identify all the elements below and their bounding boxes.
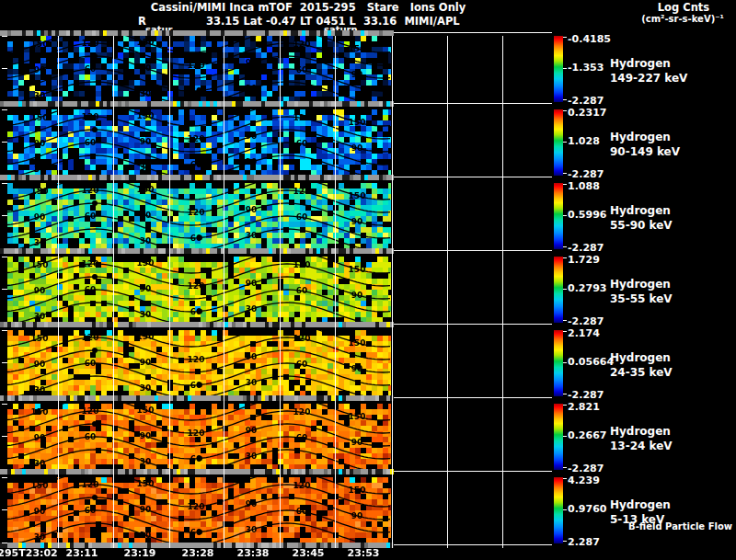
left-axis-tick bbox=[2, 109, 7, 110]
species-label: Hydrogen bbox=[610, 203, 673, 218]
panel-3-colorbar-label-max: 1.088 bbox=[568, 180, 600, 192]
panel-5-colorbar-label-min: -2.287 bbox=[568, 389, 604, 401]
left-axis-tick bbox=[2, 477, 7, 478]
energy-range-label: 13-24 keV bbox=[610, 439, 673, 453]
colorbar-tick bbox=[563, 405, 567, 406]
panel-3-colorbar-label-min: -2.287 bbox=[568, 242, 604, 254]
colorbar-tick bbox=[563, 478, 567, 479]
left-axis-tick bbox=[2, 142, 7, 143]
vertical-gridline bbox=[502, 36, 503, 548]
panel-5-colorbar-label-max: 2.174 bbox=[568, 327, 600, 339]
panel-3-channel-label: Hydrogen55-90 keV bbox=[610, 203, 673, 233]
panel-4-colorbar-label-mid: 0.2793 bbox=[568, 282, 606, 294]
vertical-gridline bbox=[392, 36, 393, 548]
panel-separator-bar bbox=[0, 175, 552, 180]
panel-3-colorbar bbox=[554, 183, 563, 249]
panel-separator-bar bbox=[0, 395, 552, 401]
left-axis-tick bbox=[2, 509, 7, 510]
panel-6-colorbar-label-max: 2.821 bbox=[568, 401, 600, 413]
panel-7-colorbar bbox=[554, 477, 563, 543]
colorbar-tick bbox=[563, 68, 567, 69]
colorbar-tick bbox=[563, 142, 567, 143]
colorbar-tick bbox=[563, 331, 567, 332]
time-tick-label: 295T23:02 bbox=[0, 547, 58, 559]
panel-4-colorbar-label-min: -2.287 bbox=[568, 315, 604, 327]
left-axis-tick bbox=[2, 257, 7, 257]
panel-separator-bar bbox=[0, 248, 552, 254]
time-tick-label: 23:45 bbox=[292, 547, 324, 559]
vertical-gridline bbox=[224, 36, 224, 548]
time-tick-label: 23:11 bbox=[65, 547, 98, 559]
panel-3-heatmap bbox=[7, 183, 391, 248]
panel-separator-bar bbox=[0, 322, 552, 327]
species-label: Hydrogen bbox=[610, 424, 673, 439]
panel-1-colorbar-label-max: -0.4185 bbox=[568, 33, 611, 45]
panel-5-colorbar bbox=[554, 330, 563, 396]
cassini-mimi-spectrogram: Cassini/MIMI Inca mTOF 2015-295 Stare Io… bbox=[0, 0, 736, 560]
panel-2-colorbar-label-mid: 1.028 bbox=[568, 135, 600, 147]
panel-5-channel-label: Hydrogen24-35 keV bbox=[610, 350, 673, 380]
panel-2-heatmap bbox=[7, 109, 391, 175]
left-axis-tick bbox=[2, 436, 7, 437]
colorbar-tick bbox=[563, 467, 567, 468]
colorbar-tick bbox=[563, 257, 567, 258]
panel-separator-bar bbox=[0, 101, 552, 107]
vertical-gridline bbox=[113, 36, 114, 548]
panel-5-colorbar-label-mid: 0.05664 bbox=[568, 356, 614, 368]
species-label: Hydrogen bbox=[610, 277, 673, 291]
colorbar-title: Log Cnts bbox=[642, 1, 725, 14]
page-title: Cassini/MIMI Inca mTOF 2015-295 Stare Io… bbox=[138, 1, 478, 14]
panel-separator-bar bbox=[0, 30, 552, 36]
time-tick-label: 23:53 bbox=[347, 547, 379, 559]
panel-1-heatmap bbox=[7, 36, 391, 101]
panel-7-colorbar-label-min: 2.287 bbox=[568, 536, 600, 548]
left-axis-tick bbox=[2, 404, 7, 405]
panel-6-heatmap bbox=[7, 404, 391, 469]
energy-range-label: 90-149 keV bbox=[610, 144, 680, 159]
colorbar-tick bbox=[563, 215, 567, 216]
colorbar-tick bbox=[563, 246, 567, 247]
energy-range-label: 35-55 keV bbox=[610, 291, 673, 306]
energy-range-label: 5-13 keV bbox=[610, 512, 671, 527]
panel-3-colorbar-label-mid: 0.5996 bbox=[568, 209, 606, 221]
colorbar-tick bbox=[563, 320, 567, 321]
time-tick-label: 23:38 bbox=[236, 547, 269, 559]
colorbar-tick bbox=[563, 436, 567, 437]
subtitle-l-value: 33.16 MIMI/APL bbox=[363, 15, 460, 28]
colorbar-tick bbox=[563, 289, 567, 290]
colorbar-tick bbox=[563, 509, 567, 510]
species-label: Hydrogen bbox=[610, 56, 687, 71]
energy-range-label: 55-90 keV bbox=[610, 218, 673, 233]
vertical-gridline bbox=[280, 36, 281, 548]
panel-1-colorbar-label-min: -2.287 bbox=[568, 95, 604, 107]
time-tick-label: 23:19 bbox=[123, 547, 155, 559]
panel-6-channel-label: Hydrogen13-24 keV bbox=[610, 424, 673, 453]
colorbar-tick bbox=[563, 110, 567, 111]
left-axis-tick bbox=[2, 215, 7, 216]
panel-4-heatmap bbox=[7, 257, 391, 322]
panel-7-colorbar-label-mid: 0.9760 bbox=[568, 503, 606, 515]
colorbar-units: (cm²-sr-s-keV)⁻¹ bbox=[631, 14, 734, 24]
colorbar-tick bbox=[563, 99, 567, 100]
species-label: Hydrogen bbox=[610, 350, 673, 365]
panel-2-colorbar-label-min: -2.287 bbox=[568, 168, 604, 180]
panel-6-colorbar bbox=[554, 404, 563, 470]
panel-2-colorbar-label-max: 0.2317 bbox=[568, 107, 606, 119]
vertical-gridline bbox=[447, 36, 448, 548]
panel-separator-bar bbox=[0, 469, 552, 474]
panel-2-colorbar bbox=[554, 109, 563, 176]
panel-2-channel-label: Hydrogen90-149 keV bbox=[610, 130, 680, 159]
left-axis-tick bbox=[2, 183, 7, 184]
left-axis-tick bbox=[2, 289, 7, 290]
left-axis-tick bbox=[2, 68, 7, 69]
panel-4-colorbar-label-max: 1.729 bbox=[568, 254, 600, 266]
vertical-gridline bbox=[169, 36, 170, 548]
left-axis-tick bbox=[2, 543, 7, 543]
panel-6-colorbar-label-min: -2.287 bbox=[568, 463, 604, 474]
panel-7-colorbar-label-max: 4.239 bbox=[568, 474, 600, 486]
energy-range-label: 24-35 keV bbox=[610, 365, 673, 380]
panel-4-colorbar bbox=[554, 257, 563, 323]
left-axis-tick bbox=[2, 362, 7, 363]
panel-1-colorbar bbox=[554, 36, 563, 102]
species-label: Hydrogen bbox=[610, 130, 680, 144]
